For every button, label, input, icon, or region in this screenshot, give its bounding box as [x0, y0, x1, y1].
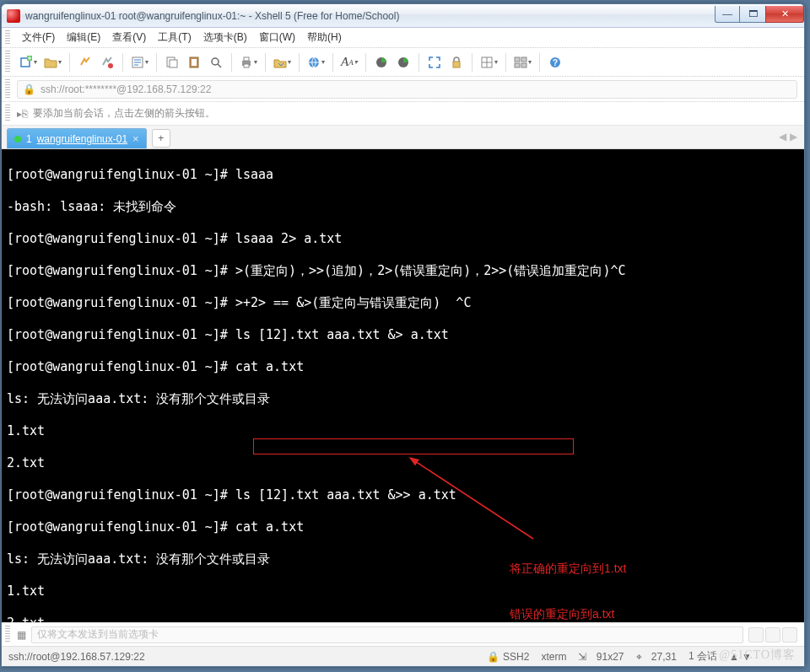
color2-button[interactable] — [393, 52, 413, 73]
grip-icon — [5, 30, 10, 45]
grip-icon — [5, 51, 10, 73]
terminal-line: [root@wangruifenglinux-01 ~]# lsaaa — [7, 167, 799, 183]
svg-rect-17 — [515, 57, 520, 62]
properties-button[interactable]: ▾ — [128, 52, 151, 73]
send-opt1-button[interactable] — [748, 627, 764, 642]
status-bar: ssh://root@192.168.57.129:22 🔒SSH2 xterm… — [2, 646, 804, 666]
address-text: ssh://root:********@192.168.57.129:22 — [40, 83, 211, 95]
status-cursor: ⌖ 27,31 — [636, 651, 677, 663]
menu-window[interactable]: 窗口(W) — [254, 29, 300, 46]
terminal-line: [root@wangruifenglinux-01 ~]# cat a.txt — [7, 519, 799, 535]
tile-button[interactable]: ▾ — [511, 52, 534, 73]
print-button[interactable]: ▾ — [237, 52, 260, 73]
svg-rect-7 — [192, 59, 197, 66]
svg-rect-18 — [521, 57, 526, 62]
menu-view[interactable]: 查看(V) — [107, 29, 151, 46]
menu-edit[interactable]: 编辑(E) — [62, 29, 105, 46]
svg-rect-10 — [244, 57, 249, 61]
paste-button[interactable] — [184, 52, 204, 73]
send-placeholder: 仅将文本发送到当前选项卡 — [37, 627, 159, 642]
send-opt2-button[interactable] — [765, 627, 780, 642]
tab-index: 1 — [26, 133, 32, 145]
add-tab-button[interactable]: + — [152, 129, 170, 148]
help-button[interactable]: ? — [545, 52, 565, 73]
status-term: xterm — [541, 651, 566, 663]
tab-label: wangruifenglinux-01 — [37, 133, 127, 145]
svg-text:?: ? — [553, 58, 558, 67]
svg-rect-5 — [170, 60, 177, 67]
titlebar: wangruifenglinux-01 root@wangruifenglinu… — [2, 4, 804, 28]
grip-icon — [5, 105, 10, 122]
font-button[interactable]: AA▾ — [338, 52, 360, 73]
cursor-pos-icon: ⌖ — [636, 651, 642, 663]
menu-help[interactable]: 帮助(H) — [302, 29, 347, 46]
svg-rect-20 — [521, 63, 526, 67]
svg-point-8 — [212, 58, 219, 65]
terminal-line: [root@wangruifenglinux-01 ~]# ls [12].tx… — [7, 487, 799, 503]
close-button[interactable]: ✕ — [765, 6, 804, 23]
menubar: 文件(F) 编辑(E) 查看(V) 工具(T) 选项卡(B) 窗口(W) 帮助(… — [2, 28, 804, 48]
address-bar: 🔒 ssh://root:********@192.168.57.129:22 — [2, 77, 804, 102]
hint-text: 要添加当前会话，点击左侧的箭头按钮。 — [33, 106, 215, 121]
copy-button[interactable] — [162, 52, 182, 73]
terminal-line: -bash: lsaaa: 未找到命令 — [7, 199, 799, 215]
status-connection: ssh://root@192.168.57.129:22 — [8, 651, 145, 663]
session-tab[interactable]: 1 wangruifenglinux-01 × — [7, 128, 147, 148]
svg-point-2 — [108, 63, 113, 68]
highlight-box — [253, 438, 574, 454]
tab-strip: 1 wangruifenglinux-01 × + ◀ ▶ — [2, 126, 804, 149]
maximize-button[interactable]: 🗖 — [740, 6, 765, 23]
status-dot-icon — [14, 136, 21, 142]
send-input[interactable]: 仅将文本发送到当前选项卡 — [31, 626, 743, 643]
lock-icon: 🔒 — [487, 651, 500, 663]
tab-prev-icon[interactable]: ◀ — [779, 131, 786, 142]
layout-button[interactable]: ▾ — [478, 52, 500, 73]
svg-rect-11 — [244, 64, 249, 67]
fullscreen-button[interactable] — [424, 52, 445, 73]
reconnect-button[interactable] — [75, 52, 95, 73]
address-input[interactable]: 🔒 ssh://root:********@192.168.57.129:22 — [17, 80, 797, 99]
tab-close-icon[interactable]: × — [132, 132, 139, 145]
menu-tabs[interactable]: 选项卡(B) — [198, 29, 252, 46]
terminal-line: 1.txt — [7, 583, 799, 599]
hint-arrow-icon[interactable]: ▸⎘ — [17, 108, 28, 120]
toolbar: ▾ ▾ ▾ ▾ ▾ ▾ AA▾ ▾ ▾ ? — [2, 48, 804, 77]
terminal-line: [root@wangruifenglinux-01 ~]# cat a.txt — [7, 359, 799, 375]
tab-next-icon[interactable]: ▶ — [790, 131, 797, 142]
web-button[interactable]: ▾ — [305, 52, 327, 73]
terminal-line: 1.txt — [7, 423, 799, 439]
terminal-line: [root@wangruifenglinux-01 ~]# >+2> == &>… — [7, 295, 799, 311]
grip-icon — [5, 626, 10, 643]
terminal-line: [root@wangruifenglinux-01 ~]# >(重定向)，>>(… — [7, 263, 799, 279]
xftp-button[interactable]: ▾ — [271, 52, 294, 73]
terminal-line: 2.txt — [7, 455, 799, 471]
new-session-button[interactable]: ▾ — [17, 52, 40, 73]
send-bar: ▦ 仅将文本发送到当前选项卡 — [2, 622, 804, 646]
open-button[interactable]: ▾ — [41, 52, 64, 73]
terminal[interactable]: [root@wangruifenglinux-01 ~]# lsaaa -bas… — [2, 149, 804, 622]
svg-rect-19 — [515, 63, 520, 67]
status-sessions: 1 会话 — [688, 649, 717, 664]
app-icon — [7, 9, 20, 23]
menu-file[interactable]: 文件(F) — [17, 29, 60, 46]
disconnect-button[interactable] — [97, 52, 117, 73]
color1-button[interactable] — [371, 52, 392, 73]
send-mode-icon[interactable]: ▦ — [17, 629, 26, 641]
status-nav[interactable]: ▲ ▼ — [729, 651, 752, 663]
minimize-button[interactable]: –– — [715, 6, 740, 23]
menu-tools[interactable]: 工具(T) — [153, 29, 196, 46]
find-button[interactable] — [206, 52, 226, 73]
hint-bar: ▸⎘ 要添加当前会话，点击左侧的箭头按钮。 — [2, 102, 804, 126]
terminal-line: [root@wangruifenglinux-01 ~]# lsaaa 2> a… — [7, 231, 799, 247]
lock-button[interactable] — [446, 52, 467, 73]
send-opt3-button[interactable] — [782, 627, 797, 642]
svg-rect-15 — [453, 62, 460, 67]
app-window: wangruifenglinux-01 root@wangruifenglinu… — [1, 3, 805, 667]
window-title: wangruifenglinux-01 root@wangruifenglinu… — [25, 10, 715, 22]
lock-icon: 🔒 — [23, 83, 35, 95]
resize-icon: ⇲ — [578, 651, 586, 663]
terminal-line: ls: 无法访问aaa.txt: 没有那个文件或目录 — [7, 391, 799, 407]
grip-icon — [5, 79, 10, 99]
status-ssh: 🔒SSH2 — [487, 651, 529, 663]
terminal-line: 2.txt — [7, 616, 799, 622]
